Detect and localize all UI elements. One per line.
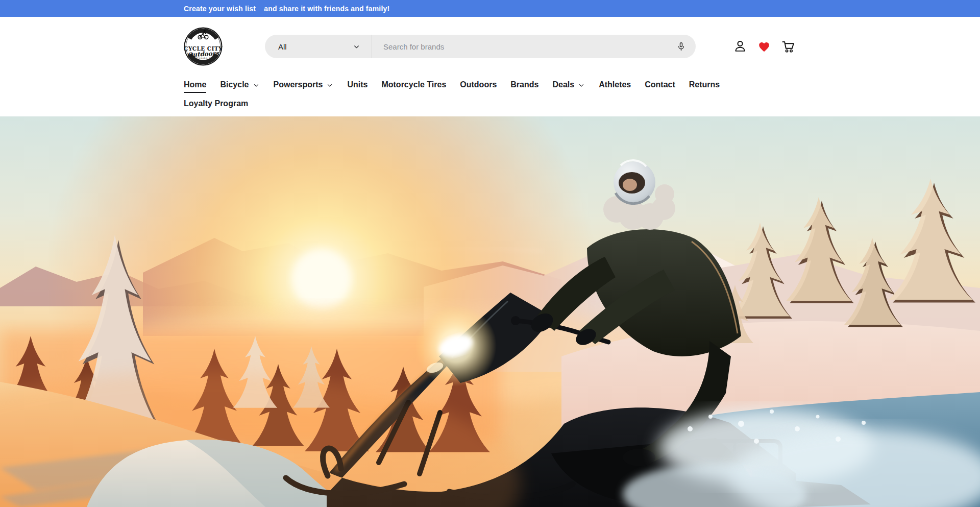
- logo-location-text: ESCANABA, MI: [194, 57, 212, 59]
- hero-banner: Woman in a dark winter jacket and silver…: [0, 116, 980, 507]
- cart-icon: [781, 39, 795, 54]
- chevron-down-icon: [326, 82, 333, 89]
- search-category-dropdown[interactable]: All: [265, 35, 372, 58]
- microphone-icon: [676, 41, 687, 52]
- rider-face: [623, 179, 637, 191]
- chevron-down-icon: [253, 82, 260, 89]
- voice-search-button[interactable]: [672, 41, 696, 52]
- chevron-down-icon: [353, 43, 360, 51]
- rider-boot: [623, 449, 655, 466]
- nav-item-deals[interactable]: Deals: [552, 80, 585, 89]
- main-nav-row-1: Home Bicycle Powersports Units Motorcycl…: [184, 76, 796, 94]
- main-nav-row-2: Loyalty Program: [184, 94, 796, 113]
- hero-image-snowmobile-sunset: [0, 116, 980, 507]
- main-nav: Home Bicycle Powersports Units Motorcycl…: [184, 76, 796, 116]
- store-logo-image: CYCLE CITY Outdoors ESCANABA, MI: [184, 27, 223, 66]
- account-button[interactable]: [732, 38, 748, 55]
- wishlist-banner-link[interactable]: Create your wish list: [184, 5, 256, 13]
- heart-icon: [757, 39, 771, 54]
- nav-item-home[interactable]: Home: [184, 80, 206, 89]
- sun: [292, 249, 351, 308]
- site-header: CYCLE CITY Outdoors ESCANABA, MI All: [184, 17, 796, 76]
- cart-button[interactable]: [780, 38, 796, 55]
- nav-item-bicycle[interactable]: Bicycle: [220, 80, 259, 89]
- wishlist-button[interactable]: [756, 38, 772, 55]
- nav-item-loyalty-program[interactable]: Loyalty Program: [184, 99, 248, 108]
- announcement-message: and share it with friends and family!: [264, 5, 389, 13]
- person-icon: [733, 39, 747, 54]
- chevron-down-icon: [578, 82, 585, 89]
- header-actions: [732, 38, 796, 55]
- announcement-banner: Create your wish list and share it with …: [0, 0, 980, 17]
- nav-item-units[interactable]: Units: [347, 80, 368, 89]
- nav-item-contact[interactable]: Contact: [645, 80, 675, 89]
- nav-item-outdoors[interactable]: Outdoors: [460, 80, 497, 89]
- search-input[interactable]: [372, 35, 672, 58]
- search-category-value: All: [278, 42, 287, 51]
- search-bar: All: [265, 35, 696, 58]
- nav-item-motorcycle-tires[interactable]: Motorcycle Tires: [381, 80, 446, 89]
- nav-item-powersports[interactable]: Powersports: [274, 80, 334, 89]
- nav-item-returns[interactable]: Returns: [689, 80, 720, 89]
- nav-item-athletes[interactable]: Athletes: [599, 80, 631, 89]
- store-logo[interactable]: CYCLE CITY Outdoors ESCANABA, MI: [184, 27, 223, 66]
- nav-item-brands[interactable]: Brands: [510, 80, 538, 89]
